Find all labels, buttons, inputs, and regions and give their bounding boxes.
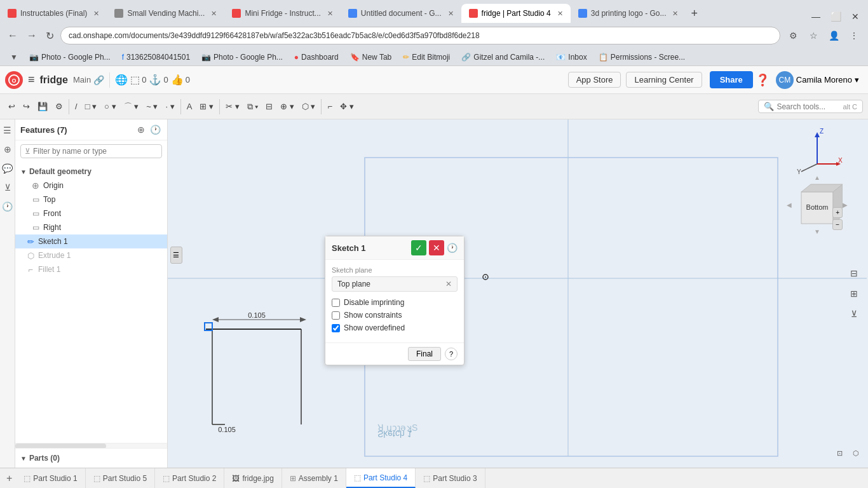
chrome-extensions-btn[interactable]: ⚙ <box>784 27 802 44</box>
settings-tool-button[interactable]: ⚙ <box>52 100 66 113</box>
share-button[interactable]: Share <box>710 71 753 88</box>
point-tool-button[interactable]: · ▾ <box>162 100 177 113</box>
line-tool-button[interactable]: / <box>72 100 81 113</box>
spline-tool-button[interactable]: ~ ▾ <box>143 100 161 113</box>
view-down-arrow[interactable]: ▼ <box>814 228 820 235</box>
arc-tool-button[interactable]: ⌒ ▾ <box>121 99 142 114</box>
bookmark-5[interactable]: ● Dashboard <box>289 51 344 63</box>
view-left-arrow[interactable]: ◀ <box>787 201 792 208</box>
bottom-tab-studio3[interactable]: ⬚ Part Studio 3 <box>416 468 485 488</box>
circle-tool-button[interactable]: ○ ▾ <box>101 100 119 113</box>
bottom-tab-studio5[interactable]: ⬚ Part Studio 5 <box>86 468 155 488</box>
save-tool-button[interactable]: 💾 <box>34 100 51 113</box>
text-tool-button[interactable]: A <box>184 100 196 113</box>
tree-item-origin[interactable]: ⊕ Origin <box>15 179 167 193</box>
bookmark-8[interactable]: 🔗 Gitzel and Camila -... <box>456 51 550 63</box>
bookmark-1[interactable]: ▼ <box>5 51 23 63</box>
search-tools-input[interactable] <box>776 102 840 111</box>
tree-item-sketch1[interactable]: ✏ Sketch 1 <box>15 234 167 248</box>
copy-tool-button[interactable]: ⧉ ▾ <box>244 100 262 114</box>
sketch-timer-button[interactable]: 🕐 <box>447 243 458 253</box>
add-feature-button[interactable]: ⊕ <box>136 123 146 136</box>
browser-tab-6[interactable]: 3d printing logo - Go... ✕ <box>571 4 686 23</box>
comment-icon-btn[interactable]: 💬 <box>1 161 15 175</box>
link-icon[interactable]: 🔗 <box>93 75 104 85</box>
mirror-tool-button[interactable]: ⬡ ▾ <box>299 100 319 113</box>
history-button[interactable]: 🕐 <box>149 123 162 136</box>
tab3-close[interactable]: ✕ <box>327 10 333 18</box>
globe-icon[interactable]: 🌐 <box>115 74 128 86</box>
tab6-close[interactable]: ✕ <box>672 10 678 18</box>
tree-item-front[interactable]: ▭ Front <box>15 207 167 220</box>
extra-tools-button[interactable]: ✥ ▾ <box>337 100 357 113</box>
perspective-btn[interactable]: ⊡ <box>832 446 846 460</box>
transform-tool-button[interactable]: ⊕ ▾ <box>277 100 297 113</box>
bottom-tab-assembly1[interactable]: ⊞ Assembly 1 <box>282 468 346 488</box>
bookmark-6[interactable]: 🔖 New Tab <box>345 51 397 63</box>
browser-tab-4[interactable]: Untitled document - G... ✕ <box>341 4 461 23</box>
tree-item-top[interactable]: ▭ Top <box>15 193 167 207</box>
assembly-icon-btn[interactable]: ⊕ <box>1 142 15 156</box>
bookmark-10[interactable]: 📋 Permissions - Scree... <box>593 51 690 63</box>
trim-tool-button[interactable]: ✂ ▾ <box>222 100 243 113</box>
view-zoom-out[interactable]: − <box>832 219 843 230</box>
bookmark-3[interactable]: f 313625084041501 <box>117 51 195 63</box>
sketch-plane-clear-button[interactable]: ✕ <box>445 280 452 288</box>
show-overdefined-checkbox[interactable] <box>332 324 340 332</box>
learning-center-button[interactable]: Learning Center <box>626 72 702 88</box>
bookmark-4[interactable]: 📷 Photo - Google Ph... <box>196 51 288 63</box>
right-tool-1[interactable]: ⊟ <box>845 264 863 282</box>
sketch-plane-field[interactable]: Top plane ✕ <box>332 276 458 292</box>
window-close[interactable]: ✕ <box>848 10 863 23</box>
bottom-tab-studio2[interactable]: ⬚ Part Studio 2 <box>155 468 224 488</box>
bottom-tab-fridge-jpg[interactable]: 🖼 fridge.jpg <box>224 468 281 488</box>
default-geometry-header[interactable]: ▼ Default geometry <box>15 165 167 179</box>
right-tool-3[interactable]: ⊻ <box>845 305 863 323</box>
reload-button[interactable]: ↻ <box>43 29 57 43</box>
redo-button[interactable]: ↪ <box>20 100 33 113</box>
history-icon-btn[interactable]: 🕐 <box>1 200 15 214</box>
canvas-area[interactable]: Sketch 1 ✓ ✕ 🕐 Sketch plane Top plane ✕ … <box>168 119 868 468</box>
tab1-close[interactable]: ✕ <box>93 10 99 18</box>
filter-input[interactable] <box>33 147 158 156</box>
hamburger-menu-button[interactable]: ≡ <box>25 72 37 88</box>
bookmark-btn[interactable]: ☆ <box>804 27 822 44</box>
window-minimize[interactable]: — <box>808 10 824 23</box>
forward-button[interactable]: → <box>24 29 39 43</box>
sketch-final-button[interactable]: Final <box>408 347 441 361</box>
view-zoom-in[interactable]: + <box>832 207 843 218</box>
disable-imprinting-checkbox[interactable] <box>332 299 340 307</box>
tab4-close[interactable]: ✕ <box>448 10 454 18</box>
new-tab-button[interactable]: + <box>686 4 703 23</box>
show-constraints-checkbox[interactable] <box>332 311 340 320</box>
address-input[interactable] <box>60 27 780 44</box>
undo-button[interactable]: ↩ <box>5 100 18 113</box>
appearance-btn[interactable]: ⬡ <box>849 446 863 460</box>
bottom-tab-studio4[interactable]: ⬚ Part Studio 4 <box>346 468 416 488</box>
bookmark-7[interactable]: ✏ Edit Bitmoji <box>398 51 455 63</box>
user-avatar-area[interactable]: CM Camila Moreno ▾ <box>772 70 863 90</box>
tree-item-fillet1[interactable]: ⌐ Fillet 1 <box>15 262 167 276</box>
bottom-tab-studio1[interactable]: ⬚ Part Studio 1 <box>16 468 85 488</box>
view-up-arrow[interactable]: ▲ <box>814 174 820 181</box>
window-maximize[interactable]: ⬜ <box>827 10 845 23</box>
pattern-tool-button[interactable]: ⊟ <box>262 100 276 113</box>
panel-scrollbar[interactable] <box>15 443 167 448</box>
view-right-arrow[interactable]: ▶ <box>843 201 848 208</box>
right-tool-2[interactable]: ⊞ <box>845 285 863 302</box>
browser-tab-5[interactable]: fridge | Part Studio 4 ✕ <box>461 4 571 23</box>
sketch-confirm-button[interactable]: ✓ <box>411 240 426 255</box>
parts-header[interactable]: ▼ Parts (0) <box>15 451 167 465</box>
rectangle-tool-button[interactable]: □ ▾ <box>82 100 100 113</box>
sketch-cancel-button[interactable]: ✕ <box>429 240 444 255</box>
browser-menu-btn[interactable]: ⋮ <box>845 27 863 44</box>
add-tab-button[interactable]: + <box>3 471 16 485</box>
app-store-button[interactable]: App Store <box>568 72 621 88</box>
browser-tab-3[interactable]: Mini Fridge - Instruct... ✕ <box>224 4 340 23</box>
bookmark-2[interactable]: 📷 Photo - Google Ph... <box>24 51 116 63</box>
sketch-help-button[interactable]: ? <box>445 348 458 360</box>
constraints-tool-button[interactable]: ⊞ ▾ <box>196 100 217 113</box>
collapse-button[interactable]: ☰ <box>170 247 182 264</box>
tree-item-right[interactable]: ▭ Right <box>15 220 167 234</box>
filter-icon-btn[interactable]: ⊻ <box>1 180 15 194</box>
